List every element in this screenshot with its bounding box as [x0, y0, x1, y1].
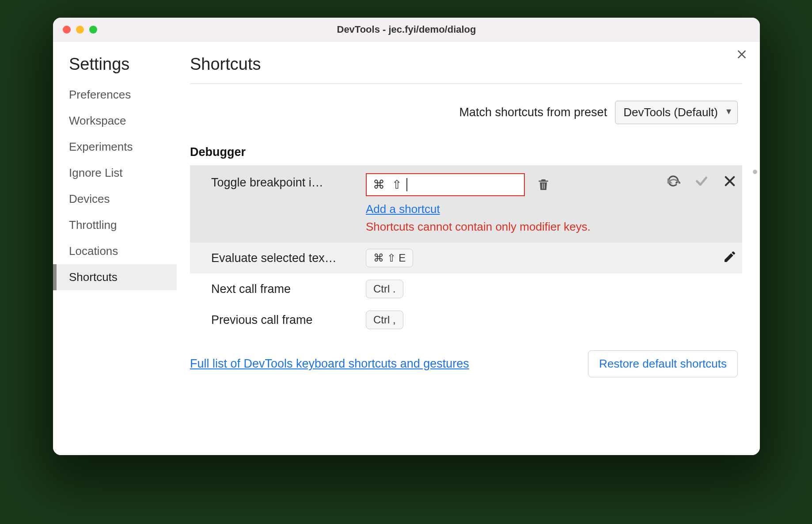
window-minimize-button[interactable] [76, 26, 84, 34]
delete-shortcut-button[interactable] [535, 177, 551, 193]
shortcut-input[interactable]: ⌘ ⇧ [366, 173, 525, 196]
sidebar-item-preferences[interactable]: Preferences [53, 82, 177, 108]
shortcut-row-toggle-breakpoint: Toggle breakpoint i… ⌘ ⇧ Add a shortcut … [190, 165, 742, 243]
window-title: DevTools - jec.fyi/demo/dialog [53, 24, 760, 35]
add-shortcut-link[interactable]: Add a shortcut [366, 202, 661, 216]
shortcut-chip: ⌘ ⇧ E [366, 249, 413, 267]
shortcut-label: Evaluate selected tex… [211, 249, 366, 265]
preset-row: Match shortcuts from preset DevTools (De… [190, 101, 742, 124]
undo-button[interactable] [665, 173, 681, 189]
settings-sidebar: Settings Preferences Workspace Experimen… [53, 42, 177, 455]
restore-defaults-button[interactable]: Restore default shortcuts [588, 350, 738, 377]
cancel-button[interactable] [722, 173, 738, 189]
shortcut-row-next-call-frame: Next call frame Ctrl . [190, 273, 742, 304]
sidebar-item-throttling[interactable]: Throttling [53, 212, 177, 238]
shortcut-edit-column: ⌘ ⇧ Add a shortcut Shortcuts cannot cont… [366, 173, 661, 235]
full-list-link[interactable]: Full list of DevTools keyboard shortcuts… [190, 357, 469, 371]
titlebar: DevTools - jec.fyi/demo/dialog [53, 18, 760, 42]
scrollbar-thumb[interactable] [753, 170, 757, 174]
shortcut-chip: Ctrl , [366, 311, 403, 329]
settings-body: Settings Preferences Workspace Experimen… [53, 42, 760, 455]
preset-label: Match shortcuts from preset [459, 106, 607, 119]
shortcut-error-message: Shortcuts cannot contain only modifier k… [366, 220, 613, 235]
shortcut-label: Toggle breakpoint i… [211, 173, 366, 190]
preset-select[interactable]: DevTools (Default) [615, 101, 738, 124]
window-close-button[interactable] [63, 26, 71, 34]
sidebar-item-devices[interactable]: Devices [53, 186, 177, 212]
section-header-debugger: Debugger [190, 145, 742, 159]
sidebar-item-experiments[interactable]: Experiments [53, 134, 177, 160]
shortcut-input-value: ⌘ ⇧ [373, 178, 404, 192]
shortcut-label: Next call frame [211, 280, 366, 296]
shortcuts-panel: Shortcuts Match shortcuts from preset De… [177, 42, 760, 455]
sidebar-item-workspace[interactable]: Workspace [53, 108, 177, 134]
shortcut-chip: Ctrl . [366, 280, 403, 298]
shortcut-edit-actions [665, 173, 738, 192]
shortcuts-footer: Full list of DevTools keyboard shortcuts… [190, 335, 742, 377]
shortcut-row-previous-call-frame: Previous call frame Ctrl , [190, 304, 742, 335]
confirm-button[interactable] [694, 173, 710, 189]
traffic-lights [63, 26, 97, 34]
shortcut-label: Previous call frame [211, 311, 366, 327]
preset-select-value: DevTools (Default) [623, 106, 718, 119]
devtools-window: DevTools - jec.fyi/demo/dialog Settings … [53, 18, 760, 455]
sidebar-item-shortcuts[interactable]: Shortcuts [53, 264, 177, 290]
sidebar-item-locations[interactable]: Locations [53, 238, 177, 264]
edit-shortcut-button[interactable] [722, 249, 738, 265]
page-title: Shortcuts [190, 55, 742, 84]
sidebar-item-ignore-list[interactable]: Ignore List [53, 160, 177, 186]
shortcut-row-evaluate-selected: Evaluate selected tex… ⌘ ⇧ E [190, 243, 742, 273]
sidebar-title: Settings [53, 55, 177, 82]
window-maximize-button[interactable] [89, 26, 97, 34]
